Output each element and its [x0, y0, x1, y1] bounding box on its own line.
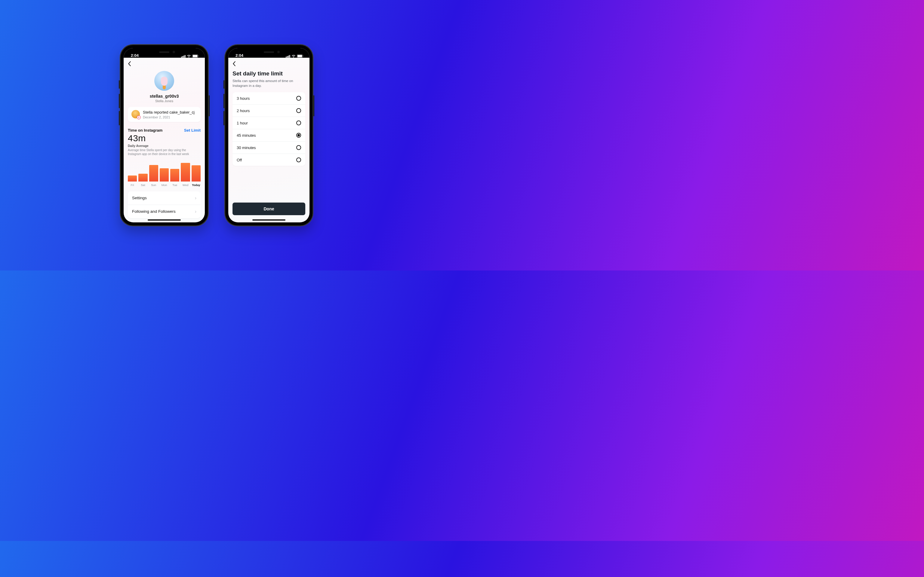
option-label: 45 minutes — [237, 133, 256, 138]
option-label: 2 hours — [237, 108, 250, 113]
svg-rect-10 — [289, 55, 290, 58]
svg-rect-7 — [286, 56, 287, 58]
radio-icon — [296, 96, 301, 101]
back-button[interactable] — [128, 61, 131, 66]
svg-rect-1 — [182, 56, 183, 57]
profile-username: stellas_gr00v3 — [128, 94, 200, 98]
svg-rect-2 — [184, 55, 184, 57]
settings-label: Settings — [132, 196, 147, 200]
battery-icon — [297, 55, 304, 58]
home-indicator[interactable] — [252, 219, 286, 221]
chart-bar[interactable] — [181, 163, 190, 182]
svg-rect-5 — [193, 55, 198, 57]
svg-rect-12 — [297, 55, 302, 57]
status-icons — [181, 55, 199, 58]
option-label: Off — [237, 158, 242, 162]
chart-x-labels: FriSatSunMonTueWedToday — [128, 183, 200, 187]
chevron-left-icon — [128, 61, 131, 66]
report-date: December 2, 2021 — [143, 115, 195, 119]
svg-rect-0 — [181, 56, 182, 58]
following-followers-label: Following and Followers — [132, 209, 176, 214]
chart-x-label: Sat — [138, 183, 147, 187]
chart-x-label: Fri — [128, 183, 137, 187]
status-time: 2:04 — [236, 53, 243, 58]
time-limit-option[interactable]: 30 minutes — [233, 141, 305, 153]
radio-icon — [296, 145, 301, 150]
svg-rect-6 — [198, 56, 199, 57]
settings-row[interactable]: Settings › — [128, 192, 200, 205]
wifi-icon — [291, 55, 296, 58]
status-time: 2:04 — [131, 53, 139, 58]
chart-bar[interactable] — [160, 168, 169, 182]
report-title: Stella reported cake_baker_cj — [143, 110, 195, 115]
radio-icon — [296, 133, 301, 138]
svg-rect-3 — [185, 55, 186, 58]
time-limit-option[interactable]: 1 hour — [233, 117, 305, 129]
option-label: 30 minutes — [237, 145, 256, 150]
reported-avatar: i — [131, 110, 140, 118]
chart-bar[interactable] — [149, 165, 158, 182]
svg-rect-8 — [287, 56, 288, 57]
battery-icon — [192, 55, 199, 58]
status-icons — [286, 55, 304, 58]
set-limit-link[interactable]: Set Limit — [184, 128, 200, 132]
time-limit-option[interactable]: 3 hours — [233, 92, 305, 104]
chart-bar[interactable] — [128, 176, 137, 182]
done-button[interactable]: Done — [233, 203, 305, 215]
report-card[interactable]: i Stella reported cake_baker_cj December… — [128, 107, 200, 122]
time-limit-options: 3 hours2 hours1 hour45 minutes30 minutes… — [233, 92, 305, 166]
chart-x-label: Today — [192, 183, 200, 187]
info-badge-icon: i — [137, 115, 141, 119]
profile-fullname: Stella Jones — [128, 99, 200, 103]
option-label: 1 hour — [237, 121, 248, 125]
device-notch — [143, 48, 185, 56]
usage-bar-chart — [128, 161, 200, 182]
option-label: 3 hours — [237, 96, 250, 101]
chevron-right-icon: › — [195, 195, 196, 201]
chart-x-label: Wed — [181, 183, 190, 187]
phone-mock-right: 2:04 Set daily time limit Stella can spe… — [225, 44, 313, 226]
supervision-profile-screen: 2:04 stellas_gr00v3 Stella Jones — [124, 48, 205, 222]
svg-rect-13 — [303, 56, 303, 57]
daily-average-label: Daily Average — [128, 144, 200, 148]
chevron-left-icon — [233, 61, 236, 66]
back-button[interactable] — [233, 61, 236, 66]
home-indicator[interactable] — [148, 219, 181, 221]
time-section-title: Time on Instagram — [128, 128, 162, 132]
chart-bar[interactable] — [192, 165, 200, 182]
device-notch — [248, 48, 290, 56]
radio-icon — [296, 158, 301, 162]
chart-bar[interactable] — [170, 169, 179, 182]
time-limit-screen: 2:04 Set daily time limit Stella can spe… — [228, 48, 310, 222]
following-followers-row[interactable]: Following and Followers › — [128, 205, 200, 218]
chart-x-label: Mon — [160, 183, 169, 187]
radio-icon — [296, 121, 301, 125]
radio-icon — [296, 108, 301, 113]
chart-x-label: Tue — [170, 183, 179, 187]
page-title: Set daily time limit — [233, 70, 305, 77]
time-limit-option[interactable]: Off — [233, 153, 305, 166]
page-subtitle: Stella can spend this amount of time on … — [233, 79, 296, 88]
daily-average-desc: Average time Stella spent per day using … — [128, 148, 197, 156]
chevron-right-icon: › — [195, 209, 196, 214]
time-limit-option[interactable]: 45 minutes — [233, 129, 305, 141]
svg-rect-9 — [288, 55, 289, 57]
daily-average-value: 43m — [128, 133, 200, 143]
chart-x-label: Sun — [149, 183, 158, 187]
chart-bar[interactable] — [138, 174, 147, 182]
profile-avatar[interactable] — [154, 71, 174, 91]
phone-mock-left: 2:04 stellas_gr00v3 Stella Jones — [120, 44, 209, 226]
time-limit-option[interactable]: 2 hours — [233, 104, 305, 117]
wifi-icon — [187, 55, 191, 58]
